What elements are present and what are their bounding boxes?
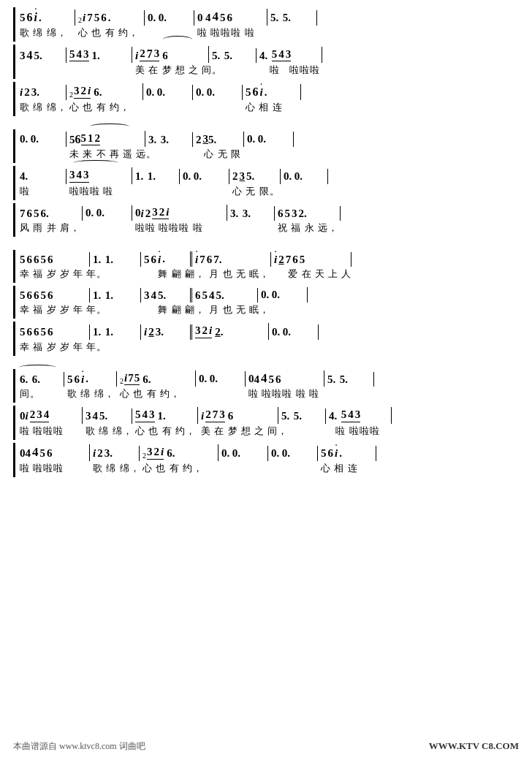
lyric-cell: 啦 啦啦啦 <box>20 462 93 475</box>
bar: 0. 0. <box>244 132 294 147</box>
bar: 6. 6. <box>17 372 64 387</box>
section-2-row-3: 7 6 5 6. 0. 0. 0 i 2 3 2 i 3. 3. 6 5 3 2… <box>13 203 519 238</box>
bar: i 2 3. <box>17 85 66 100</box>
bar: 3. 3. <box>227 206 275 221</box>
section-2-row-2: 4. 3 4 3 1. 1. 0. 0. 2 3 5. 0. 0. 啦 啦啦啦 … <box>13 166 519 200</box>
lyric-row: 间。 歌 绵 绵， 心 也 有 约， 啦 啦啦啦 啦 啦 <box>15 387 519 403</box>
lyric-cell: 心 相 连 <box>321 462 379 475</box>
bar: 0. 0. <box>269 324 319 340</box>
bar: 6 5 3 2. <box>275 206 341 221</box>
lyric-row: 风 雨 并 肩， 啦啦 啦啦啦 啦 祝 福 永 远， <box>15 221 519 237</box>
lyric-cell: 歌 绵 绵， <box>93 462 142 475</box>
lyric-cell: 美 在 梦 想 之 间。 <box>135 64 222 77</box>
section-3-row-3: 5 6 6 5 6 1. 1. i 2 3. 3 2 i 2 . 0. 0. <box>13 322 519 356</box>
lyric-cell: 月 也 无 眠， <box>209 267 288 281</box>
bar: 0. 0. <box>258 287 308 303</box>
section-3-row-2: 5 6 6 5 6 1. 1. 3 4 5. 6 5 4 5. 0. 0. 幸 … <box>13 286 519 319</box>
bar: 4. 5 4 3 <box>256 47 322 64</box>
footer: 本曲谱源自 www.ktvc8.com 词曲吧 WWW.KTV C8.COM <box>13 740 519 753</box>
bar: 5 6 i . <box>17 10 75 26</box>
lyric-row: 幸 福 岁 岁 年 年。 舞 翩 翩， 月 也 无 眠， 爱 在 天 上 人 <box>15 267 519 283</box>
bar: 0 4 4 5 6 <box>246 370 324 387</box>
bar: 0. 0. <box>83 205 132 221</box>
lyric-cell: 心 也 有 约， <box>69 101 146 114</box>
bar: 5 6 6 5 6 <box>17 324 90 340</box>
bar: 5 6 5 1 2 <box>66 131 145 148</box>
lyric-cell: 啦 啦啦啦 啦 <box>197 26 270 39</box>
bar: 0. 0. <box>218 446 268 461</box>
section-1-row-2: 3 4 5. 5 4 3 1. i 2 7 3 6 5. 5. <box>13 45 519 80</box>
bar: i 7 6 7. <box>192 252 271 267</box>
bar: i 2 7 6 5 <box>271 252 352 267</box>
section-4-row-3: 0 4 4 5 6 i 2 3. 2 3 2 i 6. 0. 0. 0. 0. <box>13 443 519 477</box>
bar: 0. 0. <box>143 85 193 100</box>
bar: 0. 0. <box>180 169 229 184</box>
lyric-cell: 歌 绵 绵， <box>67 387 120 400</box>
section-4-row-2: 0 i 2 3 4 3 4 5. 5 4 3 1. i 2 7 <box>13 406 519 440</box>
lyric-cell: 心 无 限 <box>204 148 255 161</box>
bar: 5 6 i . <box>141 251 192 267</box>
bar: 0 i 2 3 2 i <box>132 205 227 221</box>
lyric-cell: 心 也 有 约， <box>135 425 201 438</box>
bar: 1. 1. <box>132 169 180 184</box>
bar: 0. 0. <box>281 169 328 184</box>
bar: 0. 0. <box>17 132 66 147</box>
bar: 5 6 6 5 6 <box>17 252 90 267</box>
bar: 2 3 5. <box>193 132 244 147</box>
bar: 5. 5. <box>267 10 317 26</box>
bar: 0. 0. <box>145 10 194 26</box>
bar: 5 6 6 5 6 <box>17 288 90 303</box>
lyric-cell: 歌 绵 绵， <box>20 26 78 39</box>
lyric-cell: 幸 福 岁 岁 年 年。 <box>20 341 107 354</box>
lyric-row: 美 在 梦 想 之 间。 啦 啦啦啦 <box>15 63 519 79</box>
lyric-cell: 啦啦啦 啦 <box>69 185 135 198</box>
bar: i 2 7 3 6 <box>198 407 278 424</box>
lyric-cell: 啦 啦啦啦 啦 啦 <box>248 387 327 400</box>
lyric-cell: 舞 翩 翩， <box>158 303 209 316</box>
section-3-row-1: 5 6 6 5 6 1. 1. 5 6 i . i 7 6 7. i 2 7 6… <box>13 250 519 283</box>
bar: 4. <box>17 169 66 184</box>
bar: 1. 1. <box>90 252 141 267</box>
lyric-row: 歌 绵 绵， 心 也 有 约， 心 相 连 <box>15 100 519 116</box>
bar: 5 6 i . <box>64 371 117 387</box>
bar: 2 i 7 5 6. <box>117 370 196 387</box>
lyric-cell: 未 来 不 再 遥 远。 <box>69 148 156 161</box>
lyric-row: 啦 啦啦啦 歌 绵 绵， 心 也 有 约， 美 在 梦 想 之 间， 啦 啦啦啦 <box>15 424 519 440</box>
lyric-cell: 歌 绵 绵， <box>86 425 135 438</box>
lyric-cell: 祝 福 永 远， <box>278 221 343 235</box>
bar: 0 i 2 3 4 <box>17 407 83 424</box>
lyric-cell: 啦 啦啦啦 <box>20 425 86 438</box>
bar: 6 5 4 5. <box>192 288 258 303</box>
lyric-row: 幸 福 岁 岁 年 年。 舞 翩 翩， 月 也 无 眠， <box>15 303 519 319</box>
lyric-row: 啦 啦啦啦 歌 绵 绵， 心 也 有 约， 心 相 连 <box>15 461 519 477</box>
lyric-cell: 心 也 有 约， <box>120 387 199 400</box>
bar: 5 4 3 1. <box>132 407 198 424</box>
bar: 2 i 7 5 6 . <box>75 10 145 26</box>
lyric-cell: 心 也 有 约， <box>142 462 221 475</box>
lyric-row: 啦 啦啦啦 啦 心 无 限。 <box>15 184 519 200</box>
section-2-row-1: 0. 0. 5 6 5 1 2 3. 3. 2 3 5. 0. 0. 未 来 不… <box>13 129 519 164</box>
bar: 1. 1. <box>90 288 141 303</box>
lyric-cell: 心 无 限。 <box>232 185 284 198</box>
lyric-cell: 月 也 无 眠， <box>209 303 275 316</box>
bar: 3 4 3 <box>66 167 132 184</box>
lyric-row: 幸 福 岁 岁 年 年。 <box>15 340 519 356</box>
bar: 5 6 i . <box>318 446 376 461</box>
lyric-cell: 幸 福 岁 岁 年 年。 <box>20 267 107 281</box>
bar: 7 6 5 6. <box>17 206 83 221</box>
bar: 5 4 3 1. <box>66 47 132 64</box>
lyric-cell: 幸 福 岁 岁 年 年。 <box>20 303 107 316</box>
lyric-cell: 啦 啦啦啦 <box>270 64 335 77</box>
bar: 3 2 i 2 . <box>192 323 269 340</box>
lyric-cell: 爱 在 天 上 人 <box>288 267 368 281</box>
bar: 3 4 5. <box>17 48 66 64</box>
footer-right: WWW.KTV C8.COM <box>429 740 519 753</box>
bar: 2 3 2 i 6. <box>66 83 143 100</box>
bar: 0 4 4 5 6 <box>194 9 267 26</box>
lyric-cell: 风 雨 并 肩， <box>20 221 86 235</box>
bar: 5. 5. <box>324 372 374 387</box>
bar: 0. 0. <box>268 446 318 461</box>
bar: 3 4 5. <box>83 408 132 424</box>
lyric-cell: 心 也 有 约， <box>78 26 148 39</box>
bar: 5 6 i . <box>243 84 301 100</box>
